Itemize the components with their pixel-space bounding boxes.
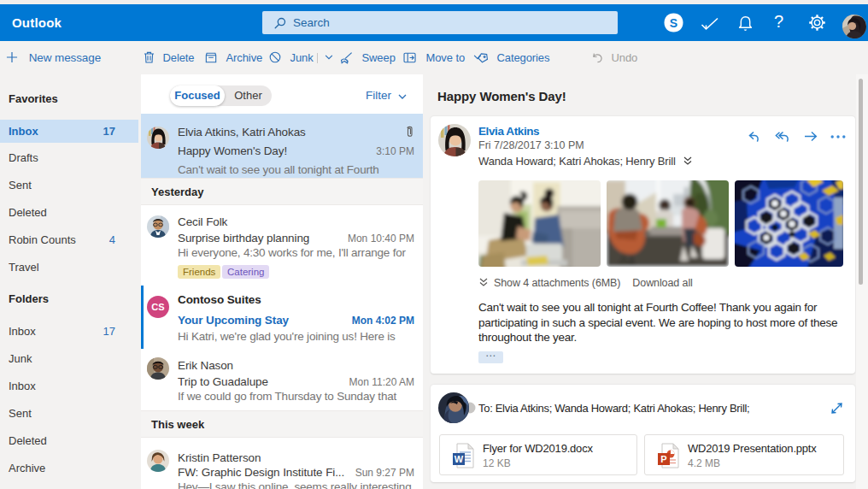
svg-text:W: W [455,454,464,464]
svg-text:S: S [670,16,677,30]
svg-text:P: P [660,454,666,464]
